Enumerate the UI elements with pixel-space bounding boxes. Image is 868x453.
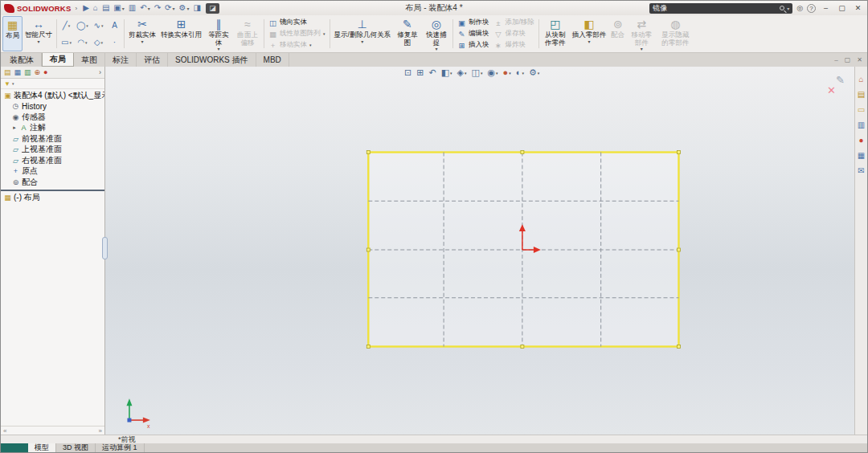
line-tool-button[interactable]: ╱▾ — [59, 17, 74, 34]
edit-block-button[interactable]: ✎ 编辑块 — [457, 29, 489, 39]
user-icon[interactable]: ◎ — [796, 4, 803, 12]
tab-addins[interactable]: SOLIDWORKS 插件 — [168, 53, 256, 67]
rectangle-tool-button[interactable]: ▭▾ — [59, 34, 74, 51]
capture-button[interactable]: ◨ — [191, 2, 202, 14]
configurationmanager-tab[interactable]: ▥ — [24, 68, 31, 76]
panel-chevron-icon[interactable]: › — [99, 68, 101, 76]
add-remove-button[interactable]: ± 添加/移除 — [493, 18, 534, 28]
scroll-left-icon[interactable]: « — [3, 427, 6, 435]
tree-scrollbar[interactable]: « » — [1, 426, 104, 435]
graphics-canvas[interactable]: x — [105, 67, 854, 435]
view-settings-button[interactable]: ⚙▾ — [529, 67, 539, 78]
search-icon[interactable] — [780, 6, 784, 10]
hide-show-items-button[interactable]: ◉▾ — [487, 67, 497, 78]
edit-appearance-button[interactable]: ●▾ — [503, 67, 511, 78]
search-box[interactable]: ▾ — [649, 3, 792, 14]
save-block-button[interactable]: ▽ 保存块 — [493, 29, 534, 39]
offset-entities-button[interactable]: ∥ 等距实体 ▾ — [204, 16, 233, 51]
smart-dimension-button[interactable]: ↔ 智能尺寸 ▾ — [23, 16, 55, 51]
rebuild-button[interactable]: ⟳▾ — [163, 2, 176, 14]
tree-item-layout[interactable]: ▦ (-) 布局 — [1, 193, 104, 204]
layout-sketch[interactable] — [366, 151, 680, 349]
filter-dropdown-icon[interactable]: ▾ — [12, 81, 14, 86]
move-entities-button[interactable]: + 移动实体 ▾ — [268, 40, 326, 51]
insert-block-button[interactable]: ⊞ 插入块 — [457, 40, 489, 51]
model-tab[interactable]: 模型 — [28, 443, 56, 452]
surface-offset-button[interactable]: ≈ 曲面上偏移 — [233, 16, 262, 51]
undo-button[interactable]: ↶▾ — [138, 2, 151, 14]
motion-study-tab[interactable]: 运动算例 1 — [96, 443, 145, 452]
home-button[interactable]: ⌂ — [92, 2, 100, 14]
tree-root-assembly[interactable]: ▣ 装配体4 (默认) <默认_显示状态 — [1, 90, 104, 101]
tab-evaluate[interactable]: 评估 — [137, 53, 168, 67]
solidworks-resources-icon[interactable]: ⌂ — [858, 75, 863, 84]
forum-icon[interactable]: ✉ — [858, 166, 864, 175]
file-explorer-icon[interactable]: ▭ — [858, 105, 865, 114]
open-button[interactable]: ▤ — [100, 2, 111, 14]
help-icon[interactable]: ? — [807, 4, 816, 13]
move-component-button[interactable]: ⇄ 移动零部件 ▾ — [627, 16, 656, 51]
arc-tool-button[interactable]: ◠▾ — [75, 34, 90, 51]
zoom-area-button[interactable]: ⊞ — [416, 67, 424, 78]
close-button[interactable]: ✕ — [852, 4, 864, 12]
mate-button[interactable]: ⊚ 配合 — [608, 16, 627, 51]
linear-sketch-pattern-button[interactable]: ▦ 线性草图阵列 ▾ — [268, 29, 326, 39]
options-button[interactable]: ⚙▾ — [177, 2, 190, 14]
tree-item-right-plane[interactable]: ▱ 右视基准面 — [1, 155, 104, 166]
zoom-fit-button[interactable]: ⊡ — [404, 67, 411, 78]
menu-expand-icon[interactable]: › — [75, 5, 77, 12]
trim-entities-button[interactable]: ✂ 剪裁实体 ▾ — [126, 16, 158, 51]
graphics-viewport[interactable]: x ⊡ ⊞ ↶ ◧▾ ◈▾ ◫▾ ◉▾ ●▾ ◐▾ ⚙▾ ✎ ✕ — [105, 67, 854, 435]
show-hidden-components-button[interactable]: ◍ 显示隐藏的零部件 — [656, 16, 694, 51]
circle-tool-button[interactable]: ◯▾ — [75, 17, 90, 34]
panel-splitter-handle[interactable] — [102, 237, 108, 259]
tree-item-history[interactable]: ◷ History — [1, 101, 104, 112]
previous-view-button[interactable]: ↶ — [428, 67, 436, 78]
featuremanager-tab[interactable]: ▤ — [4, 68, 11, 76]
custom-properties-icon[interactable]: ▦ — [858, 151, 865, 160]
tree-filter-bar[interactable]: ▼ ▾ — [1, 79, 104, 89]
minimize-button[interactable]: – — [820, 4, 832, 12]
save-button[interactable]: ▣▾ — [112, 2, 125, 14]
rollback-bar[interactable] — [1, 190, 104, 191]
select-tool-button[interactable]: ▶ — [81, 2, 91, 14]
convert-entities-button[interactable]: ⊞ 转换实体引用 — [158, 16, 204, 51]
tab-assembly[interactable]: 装配体 — [2, 53, 42, 67]
view-orientation-button[interactable]: ◈▾ — [457, 67, 467, 78]
expand-arrow-icon[interactable]: ▸ — [11, 124, 18, 131]
display-mode-toggle[interactable]: ◪ — [206, 3, 219, 14]
insert-component-button[interactable]: ◧ 插入零部件 ▾ — [570, 16, 609, 51]
scroll-right-icon[interactable]: » — [99, 427, 102, 435]
maximize-button[interactable]: ▢ — [836, 4, 848, 12]
tree-item-top-plane[interactable]: ▱ 上视基准面 — [1, 145, 104, 156]
point-tool-button[interactable]: · — [107, 34, 122, 51]
section-view-button[interactable]: ◧▾ — [441, 67, 452, 78]
redo-button[interactable]: ↷ — [153, 2, 162, 14]
display-delete-relations-button[interactable]: ⊥ 显示/删除几何关系 ▾ — [332, 16, 393, 51]
layout-button[interactable]: ▦ 布局 — [2, 16, 23, 51]
search-input[interactable] — [653, 4, 777, 12]
part-from-block-button[interactable]: ◰ 从块制作零件 — [541, 16, 570, 51]
cancel-sketch-icon[interactable]: ✕ — [827, 85, 836, 96]
doc-minimize-button[interactable]: – — [834, 56, 837, 63]
text-tool-button[interactable]: A — [107, 17, 122, 34]
appearances-icon[interactable]: ● — [858, 136, 863, 145]
repair-sketch-button[interactable]: ✎ 修复草图 — [393, 16, 422, 51]
polygon-tool-button[interactable]: ◇▾ — [91, 34, 106, 51]
3d-views-tab[interactable]: 3D 视图 — [56, 443, 96, 452]
tab-mbd[interactable]: MBD — [256, 53, 289, 67]
dimxpertmanager-tab[interactable]: ⊕ — [35, 68, 41, 76]
spline-tool-button[interactable]: ∿▾ — [91, 17, 106, 34]
mirror-entities-button[interactable]: ◫ 镜向实体 — [268, 18, 326, 28]
apply-scene-button[interactable]: ◐▾ — [516, 67, 524, 78]
doc-close-button[interactable]: ✕ — [857, 56, 862, 63]
display-style-button[interactable]: ◫▾ — [472, 67, 483, 78]
tree-item-annotations[interactable]: ▸ A 注解 — [1, 123, 104, 134]
tab-sketch[interactable]: 草图 — [74, 53, 105, 67]
view-palette-icon[interactable]: ▥ — [858, 120, 865, 129]
tree-item-mates[interactable]: ⊚ 配合 — [1, 177, 104, 188]
tree-item-front-plane[interactable]: ▱ 前视基准面 — [1, 133, 104, 145]
tree-item-sensors[interactable]: ◉ 传感器 — [1, 112, 104, 123]
design-library-icon[interactable]: ▤ — [858, 90, 865, 99]
search-dropdown-icon[interactable]: ▾ — [787, 6, 789, 11]
